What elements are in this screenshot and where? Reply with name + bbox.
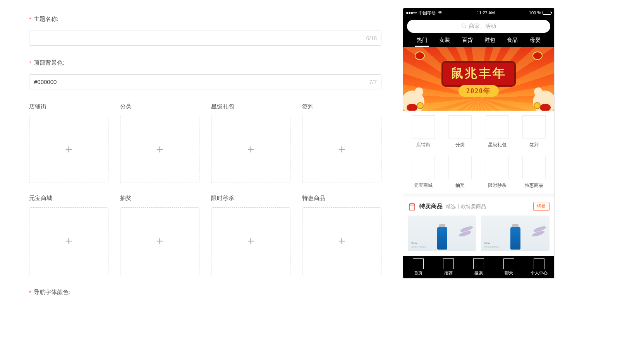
upload-item-category: 分类 +	[120, 103, 199, 183]
nav-icon-lottery[interactable]: 抽奖	[445, 156, 476, 189]
nav-icon-placeholder	[503, 258, 514, 269]
plus-icon: +	[338, 234, 345, 248]
top-bg-color-input[interactable]	[29, 74, 381, 89]
nav-font-color-group: * 导航字体颜色:	[29, 289, 381, 296]
phone-body: 店铺街 分类 星级礼包 签到 元宝商城 抽奖 限时秒杀 特惠商品 特卖商品 精选…	[403, 111, 554, 256]
icon-placeholder	[522, 156, 546, 179]
product-card[interactable]: NEW Perfect Renew	[408, 216, 476, 251]
icon-placeholder	[448, 156, 472, 179]
carrier-text: 中国移动	[419, 10, 436, 16]
shopping-bag-icon	[408, 202, 416, 211]
upload-box[interactable]: +	[29, 116, 108, 183]
upload-item-checkin: 签到 +	[302, 103, 381, 183]
battery-text: 100 %	[529, 10, 541, 15]
icon-label: 签到	[519, 142, 550, 148]
nav-recommend[interactable]: 推荐	[433, 256, 464, 278]
plus-icon: +	[65, 234, 72, 248]
category-tab-womens[interactable]: 女装	[433, 37, 456, 47]
category-tab-shoes[interactable]: 鞋包	[479, 37, 501, 47]
upload-box[interactable]: +	[120, 207, 199, 275]
category-tab-food[interactable]: 食品	[501, 37, 524, 47]
mouse-icon	[529, 87, 554, 111]
nav-icon-yuanbao[interactable]: 元宝商城	[408, 156, 439, 189]
category-tab-general[interactable]: 百货	[456, 37, 479, 47]
upload-item-star-gift: 星级礼包 +	[211, 103, 290, 183]
upload-box[interactable]: +	[29, 207, 108, 275]
nav-icon-category[interactable]: 分类	[445, 115, 476, 148]
nav-icon-placeholder	[473, 258, 484, 269]
nav-font-color-label: * 导航字体颜色:	[29, 289, 381, 296]
nav-icon-star-gift[interactable]: 星级礼包	[482, 115, 513, 148]
top-bg-color-label-text: 顶部背景色:	[34, 59, 64, 67]
upload-label: 限时秒杀	[211, 195, 290, 202]
nav-label: 首页	[414, 270, 422, 276]
required-icon: *	[29, 16, 31, 22]
product-sublabel: Perfect Renew	[484, 246, 499, 248]
plus-icon: +	[156, 234, 163, 248]
product-label: NEW	[484, 241, 490, 244]
nav-chat[interactable]: 聊天	[494, 256, 524, 278]
nav-icon-placeholder	[534, 258, 544, 269]
upload-item-shop-street: 店铺街 +	[29, 103, 108, 183]
search-box[interactable]: 商家、活动	[407, 20, 550, 33]
svg-line-1	[465, 27, 467, 28]
top-bg-color-label: * 顶部背景色:	[29, 59, 381, 67]
upload-box[interactable]: +	[211, 116, 290, 183]
featured-products: NEW Perfect Renew NEW Perfect Renew	[408, 216, 550, 251]
icon-placeholder	[486, 115, 509, 139]
nav-icon-special-goods[interactable]: 特惠商品	[519, 156, 550, 189]
upload-label: 分类	[120, 103, 199, 110]
icon-placeholder	[486, 156, 509, 179]
featured-switch-button[interactable]: 切换	[533, 202, 550, 211]
search-icon	[461, 23, 467, 30]
upload-label: 签到	[302, 103, 381, 110]
icon-label: 限时秒杀	[482, 182, 513, 189]
upload-label: 星级礼包	[211, 103, 290, 110]
upload-item-special-goods: 特惠商品 +	[302, 195, 381, 275]
nav-label: 个人中心	[531, 270, 548, 276]
battery-icon	[543, 11, 551, 15]
plus-icon: +	[156, 142, 163, 157]
nav-label: 搜索	[474, 270, 483, 276]
upload-box[interactable]: +	[302, 116, 381, 183]
plus-icon: +	[338, 142, 345, 157]
nav-icon-flash-sale[interactable]: 限时秒杀	[482, 156, 513, 189]
plus-icon: +	[247, 234, 254, 248]
icon-label: 星级礼包	[482, 142, 513, 148]
nav-home[interactable]: 首页	[403, 256, 433, 278]
icon-label: 元宝商城	[408, 182, 439, 189]
mouse-icon	[403, 87, 428, 111]
theme-name-group: * 主题名称: 0/18	[29, 15, 381, 46]
category-tab-hot[interactable]: 热门	[411, 37, 433, 47]
plus-icon: +	[247, 142, 254, 157]
config-form: * 主题名称: 0/18 * 顶部背景色: 7/7 店铺街 + 分类 +	[0, 15, 381, 310]
top-bg-color-group: * 顶部背景色: 7/7	[29, 59, 381, 89]
status-right: 100 %	[529, 10, 551, 15]
product-image	[437, 227, 447, 250]
product-label: NEW	[411, 241, 417, 244]
banner-title: 鼠兆丰年	[441, 61, 516, 87]
featured-title: 特卖商品	[419, 203, 443, 210]
upload-box[interactable]: +	[211, 207, 290, 275]
nav-icon-checkin[interactable]: 签到	[519, 115, 550, 148]
nav-icon-shop-street[interactable]: 店铺街	[408, 115, 439, 148]
featured-section: 特卖商品 精选十款特卖商品 切换 NEW Perfect Renew NEW P…	[403, 197, 554, 256]
required-icon: *	[29, 289, 31, 296]
nav-search[interactable]: 搜索	[464, 256, 494, 278]
product-sublabel: Perfect Renew	[411, 246, 426, 248]
theme-name-input[interactable]	[29, 31, 381, 46]
upload-box[interactable]: +	[302, 207, 381, 275]
upload-group: 店铺街 + 分类 + 星级礼包 + 签到 + 元宝商城 + 抽奖 +	[29, 103, 381, 275]
upload-label: 元宝商城	[29, 195, 108, 202]
plus-icon: +	[65, 142, 72, 157]
wifi-icon	[438, 11, 443, 15]
category-tabs: 热门 女装 百货 鞋包 食品 母婴	[407, 33, 550, 47]
banner[interactable]: 鼠兆丰年 2020年	[403, 47, 554, 111]
product-image	[510, 227, 520, 250]
icon-placeholder	[522, 115, 546, 139]
upload-box[interactable]: +	[120, 116, 199, 183]
category-tab-baby[interactable]: 母婴	[524, 37, 546, 47]
status-bar: 中国移动 11:27 AM 100 %	[403, 8, 554, 17]
product-card[interactable]: NEW Perfect Renew	[481, 216, 550, 251]
nav-profile[interactable]: 个人中心	[524, 256, 554, 278]
